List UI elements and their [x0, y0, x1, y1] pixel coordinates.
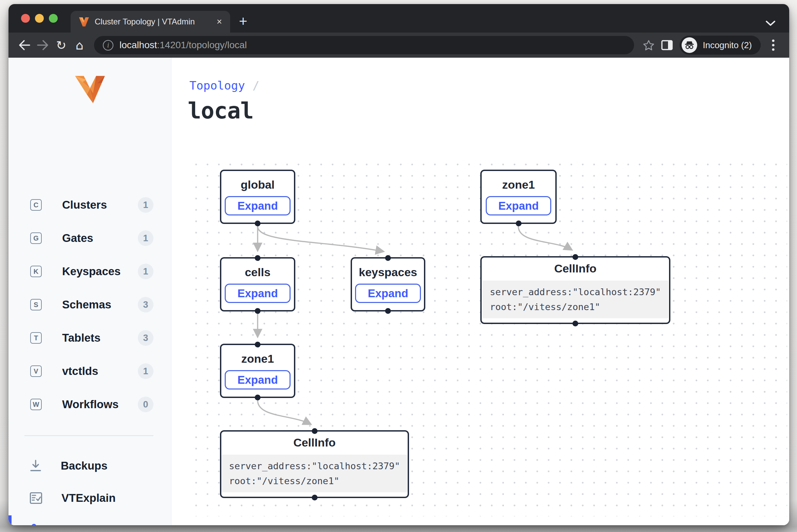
url-host: localhost [119, 40, 157, 50]
keyspaces-icon: K [30, 266, 42, 277]
download-icon [30, 459, 42, 472]
port-top [573, 254, 578, 260]
browser-menu-icon[interactable] [764, 36, 782, 54]
minimize-window-button[interactable] [35, 14, 44, 23]
breadcrumb: Topology/ [189, 79, 259, 92]
expand-button[interactable]: Expand [225, 370, 290, 390]
sidebar-item-backups[interactable]: Backups [8, 450, 171, 482]
count-badge: 1 [138, 363, 153, 379]
count-badge: 3 [138, 297, 153, 312]
port-bottom [516, 221, 521, 226]
port-bottom [385, 308, 391, 314]
node-zone1-top: zone1 Expand [480, 170, 557, 224]
traffic-lights [8, 4, 71, 33]
node-cellinfo-right: CellInfo server_address:"localhost:2379"… [480, 256, 670, 324]
zoom-window-button[interactable] [49, 14, 58, 23]
sidebar-divider [24, 435, 153, 436]
sidebar-item-label: Workflows [62, 398, 118, 411]
browser-tab[interactable]: Cluster Topology | VTAdmin × [71, 11, 230, 33]
port-top [312, 428, 317, 434]
port-bottom [255, 308, 261, 314]
sidebar-item-label: vtctlds [62, 365, 98, 378]
node-title: cells [245, 266, 271, 279]
forward-button[interactable] [34, 36, 52, 54]
sidebar-item-vtexplain[interactable]: VTExplain [8, 482, 171, 514]
port-top [385, 255, 391, 261]
page-title: local [188, 98, 254, 124]
home-button[interactable]: ⌂ [70, 36, 89, 54]
tab-search-chevron-icon[interactable] [765, 20, 776, 26]
topology-icon [30, 524, 42, 526]
count-badge: 1 [138, 197, 153, 213]
node-global: global Expand [220, 170, 295, 224]
sidebar-item-label: Keyspaces [62, 265, 121, 278]
sidebar-item-label: Schemas [62, 298, 111, 311]
page-content: C Clusters 1 G Gates 1 K Keyspaces 1 S S… [8, 58, 789, 525]
new-tab-button[interactable]: + [239, 14, 247, 28]
main-panel: Topology/ local global Expand [171, 58, 789, 525]
cellinfo-code: server_address:"localhost:2379" root:"/v… [482, 281, 668, 318]
port-bottom [255, 221, 261, 226]
profile-chip[interactable]: Incognito (2) [680, 36, 761, 55]
node-cells: cells Expand [220, 257, 295, 311]
bookmark-star-icon[interactable] [640, 36, 658, 54]
port-bottom [573, 321, 578, 326]
sidebar-item-clusters[interactable]: C Clusters 1 [8, 188, 171, 222]
node-zone1-lower: zone1 Expand [220, 344, 295, 398]
node-title: keyspaces [359, 266, 417, 279]
schemas-icon: S [30, 299, 42, 310]
node-title: zone1 [502, 178, 535, 191]
vtexplain-icon [30, 492, 42, 504]
sidebar-nav: C Clusters 1 G Gates 1 K Keyspaces 1 S S… [8, 188, 171, 421]
workflows-icon: W [30, 399, 42, 410]
url-path: :14201/topology/local [157, 40, 247, 50]
clusters-icon: C [30, 199, 42, 211]
node-title: CellInfo [554, 262, 597, 275]
close-window-button[interactable] [21, 14, 30, 23]
sidebar-item-workflows[interactable]: W Workflows 0 [8, 388, 171, 421]
sidebar-item-label: Gates [62, 232, 93, 245]
incognito-label: Incognito (2) [703, 40, 752, 51]
expand-button[interactable]: Expand [225, 196, 290, 215]
sidebar-item-schemas[interactable]: S Schemas 3 [8, 288, 171, 321]
url-text[interactable]: localhost:14201/topology/local [119, 40, 247, 51]
gates-icon: G [30, 232, 42, 244]
vitess-favicon [79, 17, 89, 27]
node-title: zone1 [241, 352, 274, 365]
expand-button[interactable]: Expand [486, 196, 551, 215]
sidebar-item-label: Clusters [62, 198, 107, 211]
side-panel-icon[interactable] [658, 36, 676, 54]
sidebar-tools: Backups VTExplain [8, 450, 171, 525]
incognito-icon [682, 37, 697, 53]
node-keyspaces: keyspaces Expand [351, 257, 425, 311]
port-bottom [255, 395, 261, 400]
sidebar-item-label: Tablets [62, 331, 100, 344]
browser-toolbar: ↻ ⌂ i localhost:14201/topology/local Inc… [8, 33, 789, 58]
vitess-logo [8, 58, 171, 104]
address-bar[interactable]: i localhost:14201/topology/local [94, 36, 634, 54]
port-bottom [312, 495, 317, 500]
node-title: CellInfo [293, 436, 336, 449]
sidebar-item-gates[interactable]: G Gates 1 [8, 222, 171, 255]
breadcrumb-topology-link[interactable]: Topology [189, 79, 245, 92]
cellinfo-code: server_address:"localhost:2379" root:"/v… [222, 455, 408, 492]
sidebar-item-keyspaces[interactable]: K Keyspaces 1 [8, 255, 171, 288]
vtctlds-icon: V [30, 365, 42, 377]
sidebar-item-topology[interactable]: Topology [8, 514, 171, 525]
expand-button[interactable]: Expand [225, 284, 290, 303]
tablets-icon: T [30, 332, 42, 344]
sidebar-item-label: Topology [61, 524, 111, 526]
port-top [255, 255, 261, 261]
back-button[interactable] [15, 36, 34, 54]
sidebar-item-vtctlds[interactable]: V vtctlds 1 [8, 355, 171, 388]
count-badge: 1 [138, 264, 153, 279]
browser-window: Cluster Topology | VTAdmin × + ↻ ⌂ i loc… [8, 4, 789, 525]
site-info-icon[interactable]: i [103, 40, 113, 51]
sidebar-item-label: Backups [61, 459, 108, 472]
sidebar-item-label: VTExplain [61, 492, 116, 505]
expand-button[interactable]: Expand [355, 284, 421, 303]
count-badge: 0 [138, 397, 153, 412]
reload-button[interactable]: ↻ [52, 36, 70, 54]
tab-close-icon[interactable]: × [217, 17, 222, 26]
sidebar-item-tablets[interactable]: T Tablets 3 [8, 321, 171, 355]
